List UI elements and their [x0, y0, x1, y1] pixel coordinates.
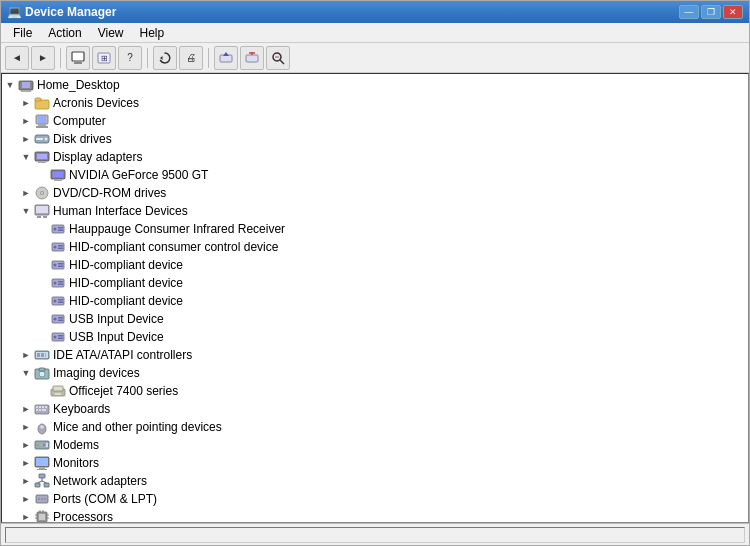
label-acronis: Acronis Devices [53, 96, 139, 110]
tree-item-usb-input2[interactable]: ► USB Input Device [2, 328, 748, 346]
expander-modems[interactable]: ► [18, 437, 34, 453]
expander-dvd[interactable]: ► [18, 185, 34, 201]
svg-point-63 [54, 336, 57, 339]
label-processors: Processors [53, 510, 113, 523]
tree-item-display-adapters[interactable]: ▼ Display adapters [2, 148, 748, 166]
svg-line-11 [280, 60, 284, 64]
expander-processors[interactable]: ► [18, 509, 34, 523]
forward-button[interactable]: ► [31, 46, 55, 70]
tree-item-hid[interactable]: ▼ Human Interface Devices [2, 202, 748, 220]
tree-item-ports[interactable]: ► Ports (COM & LPT) [2, 490, 748, 508]
svg-rect-60 [58, 317, 63, 319]
expander-display-adapters[interactable]: ▼ [18, 149, 34, 165]
svg-rect-53 [58, 284, 63, 286]
expander-computer[interactable]: ► [18, 113, 34, 129]
expander-keyboards[interactable]: ► [18, 401, 34, 417]
menu-action[interactable]: Action [40, 24, 89, 42]
label-disk-drives: Disk drives [53, 132, 112, 146]
expander-imaging[interactable]: ▼ [18, 365, 34, 381]
expander-home-desktop[interactable]: ▼ [2, 77, 18, 93]
scan-button[interactable] [266, 46, 290, 70]
svg-point-59 [54, 318, 57, 321]
icon-ports [34, 491, 50, 507]
tree-item-processors[interactable]: ► Processors [2, 508, 748, 523]
svg-rect-41 [58, 230, 63, 232]
expander-monitors[interactable]: ► [18, 455, 34, 471]
tree-item-hid-device1[interactable]: ► HID-compliant device [2, 256, 748, 274]
expander-hid[interactable]: ▼ [18, 203, 34, 219]
svg-rect-57 [58, 302, 63, 304]
svg-point-72 [39, 371, 45, 377]
back-button[interactable]: ◄ [5, 46, 29, 70]
svg-rect-70 [45, 353, 46, 357]
tree-item-acronis[interactable]: ► Acronis Devices [2, 94, 748, 112]
enable-button[interactable]: ⊞ [92, 46, 116, 70]
tree-item-imaging[interactable]: ▼ Imaging devices [2, 364, 748, 382]
maximize-button[interactable]: ❐ [701, 5, 721, 19]
tree-item-officejet[interactable]: ► Officejet 7400 series [2, 382, 748, 400]
tree-item-nvidia[interactable]: ► NVIDIA GeForce 9500 GT [2, 166, 748, 184]
svg-rect-64 [58, 335, 63, 337]
svg-rect-84 [42, 409, 46, 411]
tree-item-dvd[interactable]: ► DVD/CD-ROM drives [2, 184, 748, 202]
status-panel [5, 527, 745, 543]
tree-item-computer[interactable]: ► Computer [2, 112, 748, 130]
menu-view[interactable]: View [90, 24, 132, 42]
expander-network[interactable]: ► [18, 473, 34, 489]
view-prop-button[interactable] [66, 46, 90, 70]
icon-display-adapters [34, 149, 50, 165]
svg-rect-98 [35, 483, 40, 487]
svg-rect-76 [55, 393, 61, 395]
icon-network [34, 473, 50, 489]
minimize-button[interactable]: — [679, 5, 699, 19]
svg-point-91 [43, 444, 45, 446]
update-driver-button[interactable] [214, 46, 238, 70]
tree-item-usb-input1[interactable]: ► USB Input Device [2, 310, 748, 328]
svg-rect-97 [39, 474, 45, 478]
label-keyboards: Keyboards [53, 402, 110, 416]
tree-item-hid-consumer[interactable]: ► HID-compliant consumer control device [2, 238, 748, 256]
tree-item-ide[interactable]: ► IDE ATA/ATAPI controllers [2, 346, 748, 364]
svg-point-39 [54, 228, 57, 231]
tree-item-hauppauge[interactable]: ► Hauppauge Consumer Infrared Receiver [2, 220, 748, 238]
svg-rect-99 [44, 483, 49, 487]
icon-hid-device2 [50, 275, 66, 291]
tree-item-modems[interactable]: ► Modems [2, 436, 748, 454]
tree-item-monitors[interactable]: ► Monitors [2, 454, 748, 472]
menu-file[interactable]: File [5, 24, 40, 42]
label-home-desktop: Home_Desktop [37, 78, 120, 92]
expander-acronis[interactable]: ► [18, 95, 34, 111]
uninstall-button[interactable] [240, 46, 264, 70]
svg-rect-96 [37, 469, 47, 470]
label-hid-device3: HID-compliant device [69, 294, 183, 308]
label-ide: IDE ATA/ATAPI controllers [53, 348, 192, 362]
device-manager-window: 💻 Device Manager — ❐ ✕ File Action View … [0, 0, 750, 546]
print-button[interactable]: 🖨 [179, 46, 203, 70]
expander-ide[interactable]: ► [18, 347, 34, 363]
tree-item-hid-device3[interactable]: ► HID-compliant device [2, 292, 748, 310]
main-content: ▼ Home_Desktop ► [1, 73, 749, 523]
svg-rect-80 [42, 406, 44, 408]
help-button[interactable]: ? [118, 46, 142, 70]
tree-item-network[interactable]: ► Network adapters [2, 472, 748, 490]
tree-item-hid-device2[interactable]: ► HID-compliant device [2, 274, 748, 292]
close-button[interactable]: ✕ [723, 5, 743, 19]
label-computer: Computer [53, 114, 106, 128]
expander-mice[interactable]: ► [18, 419, 34, 435]
svg-rect-56 [58, 299, 63, 301]
menu-help[interactable]: Help [132, 24, 173, 42]
tree-item-mice[interactable]: ► Mice and other pointing devices [2, 418, 748, 436]
refresh-button[interactable] [153, 46, 177, 70]
device-tree[interactable]: ▼ Home_Desktop ► [1, 73, 749, 523]
icon-hid-device3 [50, 293, 66, 309]
svg-point-90 [40, 444, 42, 446]
tree-item-disk-drives[interactable]: ► Disk drives [2, 130, 748, 148]
expander-ports[interactable]: ► [18, 491, 34, 507]
svg-point-47 [54, 264, 57, 267]
tree-item-home-desktop[interactable]: ▼ Home_Desktop [2, 76, 748, 94]
icon-home-desktop [18, 77, 34, 93]
icon-modems [34, 437, 50, 453]
tree-item-keyboards[interactable]: ► Keyboards [2, 400, 748, 418]
expander-disk-drives[interactable]: ► [18, 131, 34, 147]
svg-point-104 [38, 498, 40, 500]
